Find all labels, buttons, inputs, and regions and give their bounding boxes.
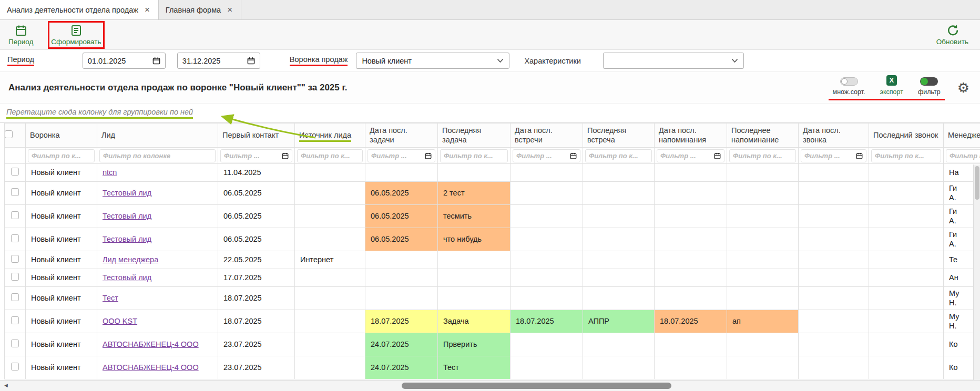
calendar-icon[interactable] [247, 57, 255, 65]
column-header-lead[interactable]: Лид [97, 124, 218, 148]
lead-link[interactable]: Тестовый лид [103, 235, 151, 243]
close-icon[interactable]: × [227, 5, 232, 14]
filter-toggle[interactable]: фильтр [918, 77, 941, 96]
tab-sales-analysis[interactable]: Анализ деятельности отдела продаж × [0, 0, 159, 19]
filter-task_date-input[interactable]: Фильтр ... [368, 149, 435, 162]
filter-remind_date-input[interactable]: Фильтр ... [657, 149, 724, 162]
horizontal-scrollbar[interactable]: ◄ [0, 380, 980, 391]
lead-link[interactable]: Тест [103, 294, 118, 302]
calendar-icon[interactable] [570, 152, 577, 159]
row-checkbox[interactable] [11, 255, 19, 263]
calendar-icon[interactable] [152, 57, 160, 65]
row-checkbox[interactable] [11, 273, 19, 281]
row-checkbox[interactable] [11, 339, 19, 347]
column-header-remind_date[interactable]: Дата посл. напоминания [655, 124, 727, 148]
column-label: Лид [101, 131, 115, 139]
filter-task-input[interactable]: Фильтр по к... [440, 149, 508, 162]
close-icon[interactable]: × [145, 5, 150, 14]
lead-link[interactable]: АВТОСНАБЖЕНЕЦ-4 ООО [103, 363, 199, 372]
filter-lead-input[interactable]: Фильтр по колонке [99, 149, 216, 162]
row-checkbox[interactable] [11, 363, 19, 371]
filter-remind-input[interactable]: Фильтр по к... [729, 149, 796, 162]
export-button[interactable]: X экспорт [880, 75, 903, 96]
calendar-icon[interactable] [856, 152, 863, 159]
calendar-icon[interactable] [282, 152, 289, 159]
calendar-icon[interactable] [714, 152, 721, 159]
select-all-checkbox[interactable] [5, 130, 13, 138]
column-header-task_date[interactable]: Дата посл. задачи [365, 124, 438, 148]
toggle-on-icon[interactable] [920, 77, 938, 86]
column-header-remind[interactable]: Последнее напоминание [727, 124, 799, 148]
vertical-scrollbar[interactable] [973, 164, 980, 380]
filter-placeholder: Фильтр по к... [875, 152, 924, 160]
column-header-meet[interactable]: Последняя встреча [583, 124, 655, 148]
cell-task: Тест [438, 356, 511, 379]
cell-remind [727, 228, 799, 251]
toggle-off-icon[interactable] [840, 77, 858, 86]
funnel-select[interactable]: Новый клиент [356, 53, 509, 69]
view-controls: множ.сорт. X экспорт фильтр ⚙ [829, 75, 969, 100]
select-all-cell [5, 124, 26, 148]
filter-meet_date-input[interactable]: Фильтр ... [513, 149, 580, 162]
scroll-left-icon[interactable]: ◄ [3, 383, 9, 388]
cell-source [295, 287, 365, 310]
lead-link[interactable]: ООО KST [103, 317, 137, 325]
column-header-source[interactable]: Источник лида [295, 124, 365, 148]
filter-call-input[interactable]: Фильтр по к... [871, 149, 941, 162]
row-checkbox[interactable] [11, 316, 19, 324]
tab-main-form[interactable]: Главная форма × [159, 0, 241, 19]
lead-link[interactable]: Тестовый лид [103, 189, 151, 197]
table-row: Новый клиентТестовый лид06.05.202506.05.… [5, 182, 980, 205]
column-header-task[interactable]: Последняя задача [438, 124, 511, 148]
filter-call_date-input[interactable]: Фильтр ... [801, 149, 866, 162]
column-header-first_contact[interactable]: Первый контакт [218, 124, 295, 148]
row-checkbox[interactable] [11, 168, 19, 176]
settings-gear-icon[interactable]: ⚙ [957, 81, 969, 95]
cell-meet [583, 182, 655, 205]
column-header-manager[interactable]: Менеджер [944, 124, 980, 148]
row-checkbox[interactable] [11, 293, 19, 301]
column-label: Воронка [30, 131, 60, 139]
characteristics-select[interactable] [603, 53, 744, 69]
row-checkbox-cell [5, 333, 26, 356]
date-to-input[interactable]: 31.12.2025 [177, 53, 260, 69]
column-header-call_date[interactable]: Дата посл. звонка [799, 124, 869, 148]
vertical-scroll-thumb[interactable] [975, 166, 979, 200]
lead-link[interactable]: Тестовый лид [103, 273, 151, 282]
period-button[interactable]: Период [8, 24, 33, 46]
export-label: экспорт [880, 88, 903, 96]
date-from-input[interactable]: 01.01.2025 [83, 53, 166, 69]
column-label: Последний звонок [873, 131, 938, 139]
lead-link[interactable]: Лид менеджера [103, 255, 158, 264]
row-checkbox[interactable] [11, 234, 19, 242]
filter-cell-meet: Фильтр по к... [583, 148, 655, 164]
filter-funnel-input[interactable]: Фильтр по к... [28, 149, 95, 162]
row-checkbox[interactable] [11, 188, 19, 196]
filter-first_contact-input[interactable]: Фильтр ... [220, 149, 292, 162]
cell-task: Задача [438, 310, 511, 333]
column-header-funnel[interactable]: Воронка [26, 124, 97, 148]
multi-sort-toggle[interactable]: множ.сорт. [833, 77, 865, 96]
filter-source-input[interactable]: Фильтр по к... [297, 149, 363, 162]
filter-meet-input[interactable]: Фильтр по к... [585, 149, 652, 162]
calendar-icon[interactable] [425, 152, 432, 159]
row-checkbox[interactable] [11, 211, 19, 219]
column-header-meet_date[interactable]: Дата посл. встречи [511, 124, 583, 148]
cell-task: 2 тест [438, 182, 511, 205]
horizontal-scroll-thumb[interactable] [402, 383, 671, 389]
filter-placeholder: Фильтр по к... [301, 152, 350, 160]
lead-link[interactable]: Тестовый лид [103, 212, 151, 220]
cell-meet_date [511, 251, 583, 269]
cell-task_date [365, 269, 438, 287]
lead-link[interactable]: ntcn [103, 168, 117, 177]
group-drop-zone[interactable]: Перетащите сюда колонку для группировки … [0, 104, 980, 122]
cell-remind [727, 164, 799, 182]
cell-lead: ntcn [97, 164, 218, 182]
lead-link[interactable]: АВТОСНАБЖЕНЕЦ-4 ООО [103, 340, 199, 348]
filter-manager-input[interactable]: Фильтр по к... [946, 149, 980, 162]
chevron-down-icon [497, 58, 504, 63]
refresh-button[interactable]: Обновить [936, 24, 968, 46]
row-checkbox-cell [5, 182, 26, 205]
column-header-call[interactable]: Последний звонок [869, 124, 944, 148]
generate-button[interactable]: Сформировать [51, 24, 101, 46]
